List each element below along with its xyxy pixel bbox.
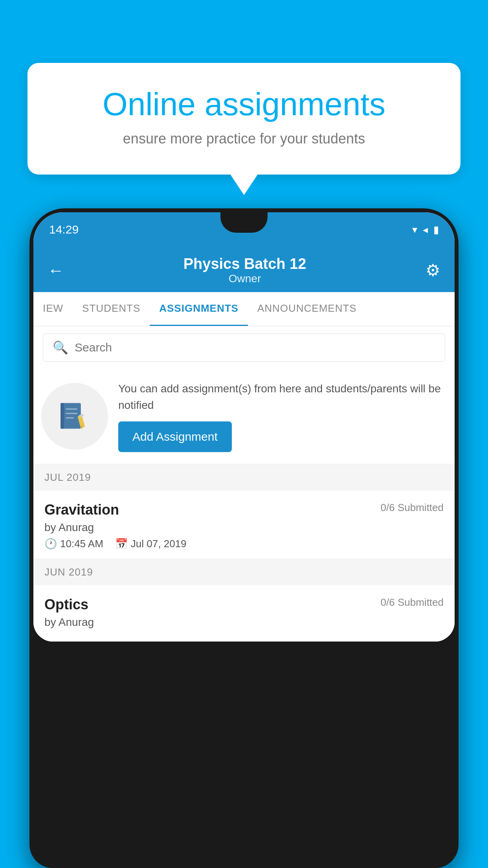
- optics-by: by Anurag: [44, 616, 444, 629]
- assignment-by: by Anurag: [44, 521, 444, 534]
- section-jul-2019: JUL 2019: [33, 464, 455, 491]
- add-assignment-promo: You can add assignment(s) from here and …: [33, 369, 455, 464]
- time-meta: 🕐 10:45 AM: [44, 538, 103, 550]
- wifi-icon: ▾: [412, 224, 417, 236]
- status-icons: ▾ ◂ ▮: [412, 224, 439, 236]
- header-title-block: Physics Batch 12 Owner: [183, 256, 306, 285]
- app-header: ← Physics Batch 12 Owner ⚙: [33, 247, 455, 292]
- search-bar[interactable]: 🔍: [43, 333, 445, 362]
- phone-screen: 14:29 ▾ ◂ ▮ ← Physics Batch 12 Owner ⚙ I…: [33, 212, 455, 642]
- owner-label: Owner: [183, 272, 306, 285]
- assignment-icon-circle: [41, 383, 108, 450]
- back-button[interactable]: ←: [48, 261, 64, 280]
- assignment-date: Jul 07, 2019: [131, 538, 187, 550]
- svg-rect-4: [66, 417, 74, 418]
- status-bar: 14:29 ▾ ◂ ▮: [33, 212, 455, 247]
- assignment-meta: 🕐 10:45 AM 📅 Jul 07, 2019: [44, 538, 444, 550]
- assignment-row-top-optics: Optics 0/6 Submitted: [44, 596, 444, 613]
- search-icon: 🔍: [53, 340, 68, 355]
- section-jun-2019: JUN 2019: [33, 559, 455, 585]
- assignment-item-optics[interactable]: Optics 0/6 Submitted by Anurag: [33, 585, 455, 642]
- calendar-icon: 📅: [115, 538, 128, 550]
- speech-bubble-card: Online assignments ensure more practice …: [28, 63, 460, 175]
- svg-rect-2: [66, 408, 77, 410]
- clock-icon: 🕐: [44, 538, 57, 550]
- search-input[interactable]: [75, 341, 435, 354]
- assignment-submitted: 0/6 Submitted: [381, 502, 444, 514]
- optics-submitted: 0/6 Submitted: [381, 596, 444, 609]
- assignment-time: 10:45 AM: [60, 538, 103, 550]
- add-assignment-button[interactable]: Add Assignment: [118, 421, 232, 452]
- date-meta: 📅 Jul 07, 2019: [115, 538, 187, 550]
- tabs-bar: IEW STUDENTS ASSIGNMENTS ANNOUNCEMENTS: [33, 292, 455, 326]
- notebook-icon: [57, 399, 92, 434]
- svg-rect-3: [66, 413, 77, 414]
- status-time: 14:29: [49, 223, 79, 236]
- promo-text: You can add assignment(s) from here and …: [118, 381, 443, 452]
- signal-icon: ◂: [423, 224, 428, 236]
- battery-icon: ▮: [433, 224, 439, 236]
- assignment-title: Gravitation: [44, 502, 119, 518]
- search-bar-wrap: 🔍: [33, 326, 455, 369]
- tab-iew[interactable]: IEW: [33, 292, 73, 326]
- phone-shell: 14:29 ▾ ◂ ▮ ← Physics Batch 12 Owner ⚙ I…: [29, 208, 459, 868]
- tab-assignments[interactable]: ASSIGNMENTS: [150, 292, 248, 326]
- svg-rect-1: [61, 403, 64, 428]
- phone-content: 🔍: [33, 326, 455, 642]
- batch-name: Physics Batch 12: [183, 256, 306, 272]
- tab-announcements[interactable]: ANNOUNCEMENTS: [248, 292, 366, 326]
- assignment-row-top: Gravitation 0/6 Submitted: [44, 502, 444, 518]
- bubble-title: Online assignments: [55, 86, 433, 122]
- tab-students[interactable]: STUDENTS: [73, 292, 150, 326]
- promo-description: You can add assignment(s) from here and …: [118, 381, 443, 414]
- optics-title: Optics: [44, 596, 88, 613]
- settings-button[interactable]: ⚙: [426, 261, 440, 280]
- bubble-subtitle: ensure more practice for your students: [55, 131, 433, 147]
- assignment-item-gravitation[interactable]: Gravitation 0/6 Submitted by Anurag 🕐 10…: [33, 491, 455, 559]
